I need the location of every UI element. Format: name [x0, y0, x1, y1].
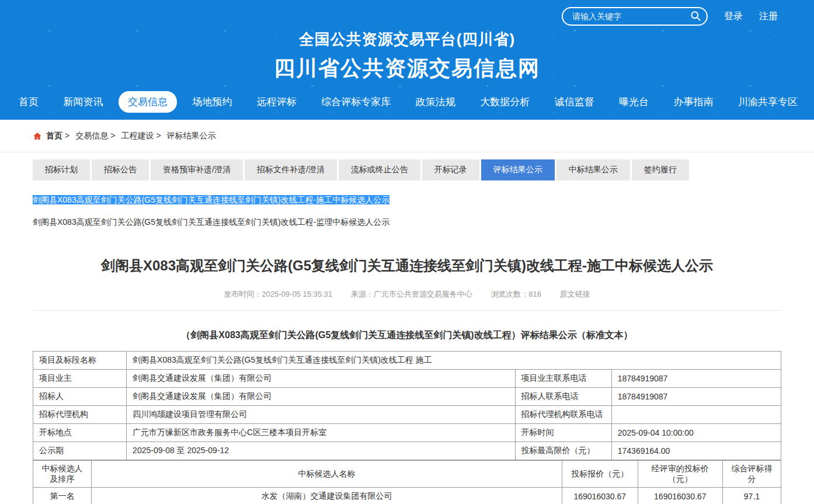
info-cell: 剑阁县交通建设发展（集团）有限公司: [127, 388, 516, 406]
info-row: 公示期2025-09-08 至 2025-09-12投标最高限价（元）17436…: [33, 442, 781, 460]
nav-item[interactable]: 曝光台: [610, 91, 658, 113]
article-meta: 发布时间：2025-09-05 15:35:31 来源：广元市公共资源交易服务中…: [33, 289, 781, 300]
info-cell: 18784919087: [611, 388, 781, 406]
tab[interactable]: 资格预审补遗/澄清: [151, 159, 243, 180]
top-bar: 登录 注册: [0, 6, 814, 27]
candidates-table: 中标候选人及排序中标候选人名称投标报价（元）经评审的投标价（元）综合评标得分第一…: [33, 460, 781, 504]
info-row: 项目及标段名称剑阁县X083高观至剑门关公路(G5复线剑门关互通连接线至剑门关镇…: [33, 352, 781, 370]
home-icon: [33, 131, 42, 141]
info-cell: 招标人联系电话: [515, 388, 611, 406]
content-divider: [33, 310, 781, 311]
announcement-title: 剑阁县X083高观至剑门关公路(G5复线剑门关互通连接线至剑门关镇)改线工程-施…: [33, 195, 389, 204]
nav-item[interactable]: 综合评标专家库: [312, 91, 400, 113]
info-cell: 剑阁县交通建设发展（集团）有限公司: [127, 370, 516, 388]
article-source: 来源：广元市公共资源交易服务中心: [351, 290, 472, 298]
tab[interactable]: 中标结果公示: [556, 159, 630, 180]
announcement-title: 剑阁县X083高观至剑门关公路(G5复线剑门关互通连接线至剑门关镇)改线工程-监…: [33, 217, 389, 227]
nav-item[interactable]: 诚信监督: [545, 91, 604, 113]
breadcrumb-item[interactable]: 交易信息: [62, 131, 108, 141]
info-cell: 开标时间: [515, 424, 611, 442]
search-icon: [690, 10, 701, 23]
announcement-list-item[interactable]: 剑阁县X083高观至剑门关公路(G5复线剑门关互通连接线至剑门关镇)改线工程-监…: [33, 213, 781, 231]
info-cell: 投标最高限价（元）: [515, 442, 611, 460]
info-cell: 招标代理机构联系电话: [515, 406, 611, 424]
search-button[interactable]: [687, 9, 704, 24]
candidate-header-row: 中标候选人及排序中标候选人名称投标报价（元）经评审的投标价（元）综合评标得分: [33, 461, 781, 488]
info-cell: 174369164.00: [611, 442, 781, 460]
nav-item[interactable]: 办事指南: [665, 91, 723, 113]
info-row: 开标地点广元市万缘新区市政务服务中心C区三楼本项目开标室开标时间2025-09-…: [33, 424, 781, 442]
candidate-header-cell: 投标报价（元）: [562, 461, 638, 488]
info-cell: 项目业主联系电话: [515, 370, 611, 388]
publish-time: 发布时间：2025-09-05 15:35:31: [224, 290, 332, 298]
announcement-list-item[interactable]: 剑阁县X083高观至剑门关公路(G5复线剑门关互通连接线至剑门关镇)改线工程-施…: [33, 191, 781, 208]
info-cell: 公示期: [33, 442, 127, 460]
info-cell: 2025-09-08 至 2025-09-12: [127, 442, 516, 460]
info-row: 招标代理机构四川鸿颉建设项目管理有限公司招标代理机构联系电话: [33, 406, 781, 424]
article-title: 剑阁县X083高观至剑门关公路(G5复线剑门关互通连接线至剑门关镇)改线工程-施…: [33, 256, 781, 275]
info-cell: 招标人: [33, 388, 127, 406]
candidate-row: 第一名水发（湖南）交通建设集团有限公司169016030.67169016030…: [33, 488, 781, 504]
info-row: 招标人剑阁县交通建设发展（集团）有限公司招标人联系电话18784919087: [33, 388, 781, 406]
original-link[interactable]: 原文链接: [560, 290, 590, 298]
info-cell: 四川鸿颉建设项目管理有限公司: [127, 406, 516, 424]
info-cell: 项目业主: [33, 370, 127, 388]
tab[interactable]: 招标文件补遗/澄清: [245, 159, 337, 180]
search-box: [562, 7, 708, 26]
view-count-label: 浏览次数：: [491, 290, 528, 298]
publish-time-label: 发布时间：: [224, 290, 262, 298]
info-row: 项目业主剑阁县交通建设发展（集团）有限公司项目业主联系电话18784919087: [33, 370, 781, 388]
announcement-list: 剑阁县X083高观至剑门关公路(G5复线剑门关互通连接线至剑门关镇)改线工程-施…: [33, 191, 781, 231]
nav-item[interactable]: 首页: [9, 91, 48, 113]
info-cell: 招标代理机构: [33, 406, 127, 424]
nav-item[interactable]: 大数据分析: [471, 91, 539, 113]
candidate-cell: 97.1: [722, 488, 781, 504]
tab[interactable]: 签约履行: [632, 159, 689, 180]
candidate-header-cell: 中标候选人及排序: [33, 461, 92, 488]
site-header: 登录 注册 全国公共资源交易平台(四川省) 四川省公共资源交易信息网 首页 新闻…: [0, 0, 814, 120]
info-cell: [611, 406, 781, 424]
tab[interactable]: 招标公告: [92, 159, 149, 180]
candidate-header-cell: 综合评标得分: [722, 461, 781, 488]
nav-item[interactable]: 场地预约: [183, 91, 241, 113]
main-content: 招标计划 招标公告 资格预审补遗/澄清 招标文件补遗/澄清 流标或终止公告 开标…: [33, 159, 781, 504]
info-cell: 剑阁县X083高观至剑门关公路(G5复线剑门关互通连接线至剑门关镇)改线工程 施…: [127, 352, 781, 370]
login-link[interactable]: 登录: [724, 11, 743, 23]
nav-item[interactable]: 川渝共享专区: [729, 91, 807, 113]
breadcrumb: 首页 交易信息 工程建设 评标结果公示: [0, 120, 814, 152]
candidate-cell: 第一名: [33, 488, 92, 504]
breadcrumb-items: 首页 交易信息 工程建设 评标结果公示: [46, 131, 216, 141]
info-cell: 2025-09-04 10:00:00: [611, 424, 781, 442]
tab[interactable]: 招标计划: [33, 159, 90, 180]
candidate-cell: 169016030.67: [562, 488, 638, 504]
source-label: 来源：: [351, 290, 374, 298]
search-input[interactable]: [562, 7, 708, 26]
publish-time-value: 2025-09-05 15:35:31: [262, 290, 332, 298]
source-value: 广元市公共资源交易服务中心: [374, 290, 472, 298]
nav-item[interactable]: 政策法规: [406, 91, 465, 113]
nav-item[interactable]: 交易信息: [119, 91, 177, 113]
view-count: 浏览次数：816: [491, 290, 541, 298]
candidate-cell: 水发（湖南）交通建设集团有限公司: [92, 488, 562, 504]
register-link[interactable]: 注册: [759, 11, 778, 23]
category-tabs: 招标计划 招标公告 资格预审补遗/澄清 招标文件补遗/澄清 流标或终止公告 开标…: [33, 159, 781, 180]
tab[interactable]: 评标结果公示: [481, 159, 555, 180]
project-info-table: 项目及标段名称剑阁县X083高观至剑门关公路(G5复线剑门关互通连接线至剑门关镇…: [33, 351, 781, 460]
candidate-cell: 169016030.67: [638, 488, 722, 504]
tab[interactable]: 流标或终止公告: [339, 159, 420, 180]
site-titles: 全国公共资源交易平台(四川省) 四川省公共资源交易信息网: [0, 29, 814, 83]
nav-item[interactable]: 远程评标: [248, 91, 306, 113]
main-nav: 首页 新闻资讯 交易信息 场地预约 远程评标 综合评标专家库 政策法规 大数据分…: [0, 83, 814, 120]
breadcrumb-item[interactable]: 首页: [46, 131, 62, 141]
candidate-header-cell: 经评审的投标价（元）: [638, 461, 722, 488]
platform-title: 全国公共资源交易平台(四川省): [0, 29, 814, 50]
info-cell: 18784919087: [611, 370, 781, 388]
nav-item[interactable]: 新闻资讯: [54, 91, 112, 113]
info-cell: 开标地点: [33, 424, 127, 442]
tab[interactable]: 开标记录: [422, 159, 479, 180]
candidate-header-cell: 中标候选人名称: [92, 461, 562, 488]
site-title: 四川省公共资源交易信息网: [0, 54, 814, 83]
breadcrumb-item[interactable]: 工程建设: [108, 131, 154, 141]
breadcrumb-item[interactable]: 评标结果公示: [154, 131, 215, 141]
article-subtitle: （剑阁县X083高观至剑门关公路(G5复线剑门关互通连接线至剑门关镇)改线工程）…: [33, 329, 781, 342]
